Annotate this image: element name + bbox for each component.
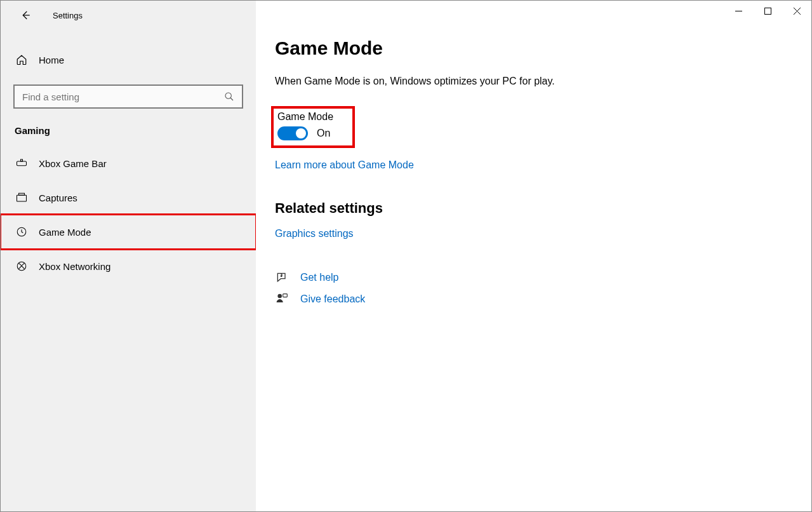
sidebar-item-game-mode[interactable]: Game Mode [1,215,256,249]
help-icon [275,271,289,284]
svg-rect-7 [764,8,771,14]
maximize-button[interactable] [753,1,782,21]
back-button[interactable] [16,6,35,25]
game-bar-icon [15,158,29,169]
page-description: When Game Mode is on, Windows optimizes … [275,76,811,87]
svg-rect-3 [17,195,27,201]
related-settings-heading: Related settings [275,200,811,217]
get-help-link[interactable]: Get help [300,272,338,283]
xbox-icon [15,260,29,272]
graphics-settings-link[interactable]: Graphics settings [275,228,354,239]
sidebar-item-home[interactable]: Home [1,44,256,76]
home-icon [15,54,29,65]
game-mode-toggle-section: Game Mode On [271,106,355,148]
svg-rect-10 [283,294,288,297]
search-icon [223,91,236,102]
game-mode-toggle[interactable] [277,126,308,140]
close-button[interactable] [782,1,811,21]
search-input-wrapper[interactable] [13,84,243,109]
toggle-label: Game Mode [277,111,333,123]
sidebar-item-captures[interactable]: Captures [1,180,256,215]
window-title: Settings [53,11,83,20]
minimize-button[interactable] [724,1,753,21]
svg-point-0 [225,93,231,98]
sidebar-item-xbox-networking[interactable]: Xbox Networking [1,249,256,283]
svg-rect-2 [21,159,23,161]
arrow-left-icon [20,10,31,21]
close-icon [794,8,801,15]
toggle-knob [296,128,306,138]
minimize-icon [735,8,742,15]
captures-icon [15,192,29,203]
main-content: Game Mode When Game Mode is on, Windows … [256,1,811,511]
svg-rect-1 [17,161,27,166]
svg-rect-4 [19,193,25,195]
sidebar-item-xbox-game-bar[interactable]: Xbox Game Bar [1,146,256,180]
sidebar: Settings Home Gaming Xbox Game Bar [1,1,256,511]
give-feedback-link[interactable]: Give feedback [300,293,365,305]
sidebar-item-label: Game Mode [39,227,91,238]
sidebar-section-title: Gaming [1,109,256,146]
sidebar-item-label: Xbox Game Bar [39,158,107,169]
maximize-icon [764,8,771,15]
page-title: Game Mode [275,37,811,59]
game-mode-icon [15,226,29,238]
home-label: Home [39,55,64,65]
sidebar-item-label: Captures [39,192,77,203]
svg-point-9 [277,294,282,299]
svg-point-8 [281,276,282,277]
search-input[interactable] [22,91,223,102]
sidebar-item-label: Xbox Networking [39,261,110,272]
learn-more-link[interactable]: Learn more about Game Mode [275,159,414,171]
feedback-icon [275,293,289,306]
toggle-state: On [317,128,330,139]
